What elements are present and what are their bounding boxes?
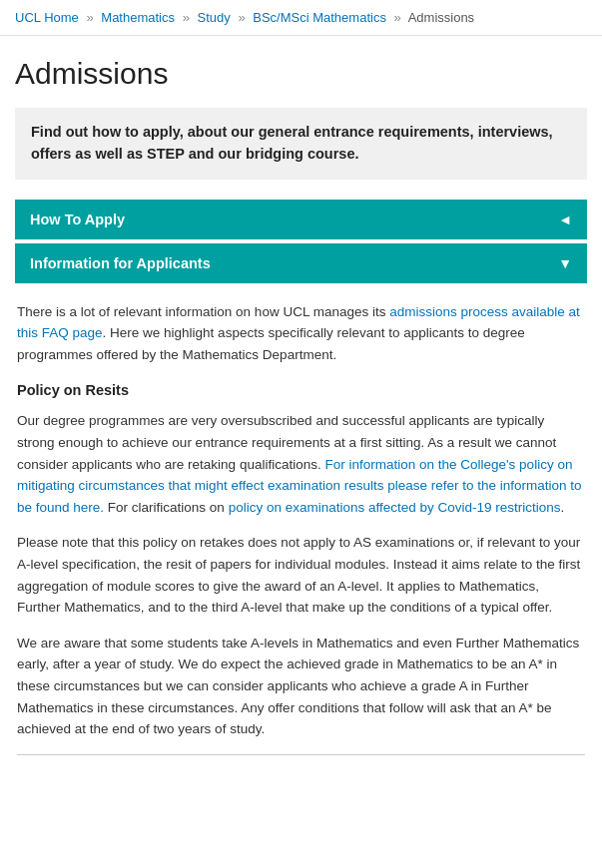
policy-paragraph-3: We are aware that some students take A-l…	[17, 633, 585, 740]
breadcrumb-sep-1: »	[86, 10, 93, 25]
policy-link2-text: policy on examinations affected by Covid…	[229, 500, 561, 515]
breadcrumb-study[interactable]: Study	[198, 10, 231, 25]
accordion-header-info-applicants[interactable]: Information for Applicants ▼	[15, 243, 587, 283]
breadcrumb-bsc-msci[interactable]: BSc/MSci Mathematics	[253, 10, 386, 25]
accordion-arrow-how-to-apply: ◄	[558, 212, 572, 227]
policy-paragraph-2: Please note that this policy on retakes …	[17, 532, 585, 618]
breadcrumb-ucl-home[interactable]: UCL Home	[15, 10, 79, 25]
policy-paragraph-1: Our degree programmes are very oversubsc…	[17, 410, 585, 518]
accordion-item-info-applicants: Information for Applicants ▼	[15, 243, 587, 283]
main-content: Admissions Find out how to apply, about …	[0, 36, 602, 789]
intro-text: Find out how to apply, about our general…	[31, 124, 553, 162]
accordion-header-how-to-apply[interactable]: How To Apply ◄	[15, 200, 587, 239]
page-title: Admissions	[15, 56, 587, 92]
accordion-item-how-to-apply: How To Apply ◄	[15, 200, 587, 239]
policy-covid-link[interactable]: policy on examinations affected by Covid…	[229, 500, 561, 515]
policy-p1-part2: For clarifications on	[104, 500, 229, 515]
intro-paragraph: There is a lot of relevant information o…	[17, 301, 585, 366]
breadcrumb-sep-3: »	[238, 10, 245, 25]
breadcrumb-current: Admissions	[408, 10, 474, 25]
accordion-label-info-applicants: Information for Applicants	[30, 255, 211, 271]
policy-resits-title: Policy on Resits	[17, 379, 585, 402]
breadcrumb-mathematics[interactable]: Mathematics	[101, 10, 175, 25]
breadcrumb: UCL Home » Mathematics » Study » BSc/MSc…	[0, 0, 602, 36]
content-divider	[17, 754, 585, 755]
breadcrumb-sep-4: »	[394, 10, 401, 25]
breadcrumb-sep-2: »	[183, 10, 190, 25]
accordion-label-how-to-apply: How To Apply	[30, 212, 125, 227]
intro-box: Find out how to apply, about our general…	[15, 108, 587, 180]
policy-p1-end: .	[561, 500, 565, 515]
accordion-arrow-info-applicants: ▼	[558, 255, 572, 271]
intro-text-before-link: There is a lot of relevant information o…	[17, 304, 389, 319]
section-content-info-applicants: There is a lot of relevant information o…	[15, 287, 587, 769]
